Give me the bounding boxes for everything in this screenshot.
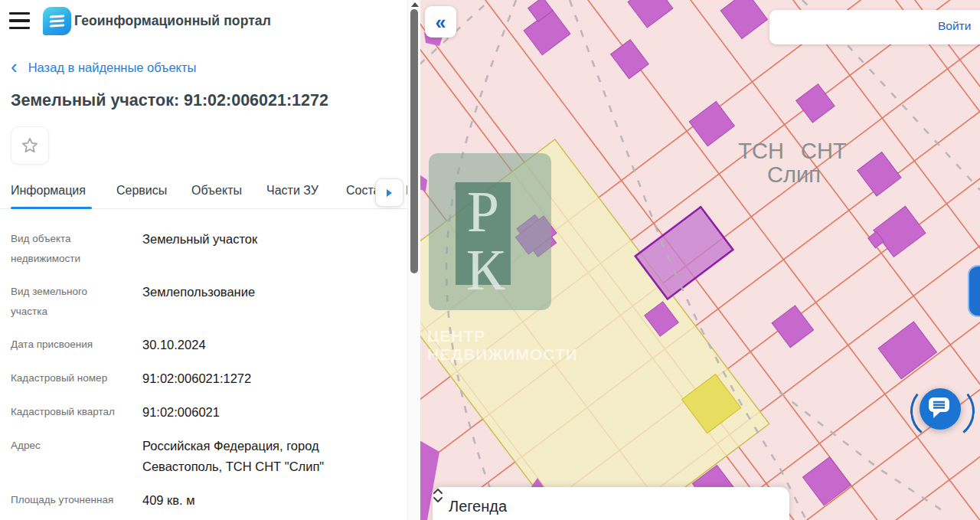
field-label: Площадь уточненная: [11, 490, 126, 510]
geoportal-window: Геоинформационный портал ‹ Назад в найде…: [0, 0, 980, 520]
tabs-scroll-right-button[interactable]: [375, 178, 403, 207]
app-logo-icon: [43, 7, 71, 35]
info-panel: Геоинформационный портал ‹ Назад в найде…: [0, 0, 420, 520]
chat-bubble-icon: [927, 397, 953, 421]
page-title: Земельный участок: 91:02:006021:1272: [11, 91, 328, 110]
field-value: 30.10.2024: [142, 335, 206, 355]
field-label: Дата присвоения: [11, 335, 126, 355]
area-label-line2: Слип: [767, 162, 821, 187]
map-side-control[interactable]: [968, 265, 980, 317]
cadastral-map: Р К ЦЕНТР НЕДВИЖИМОСТИ ТСН СНТ Слип: [420, 0, 980, 520]
field-value: 91:02:006021: [142, 402, 220, 423]
back-link[interactable]: ‹ Назад в найденные объекты: [11, 61, 196, 75]
collapse-panel-button[interactable]: «: [425, 6, 456, 38]
tab-parcel-parts[interactable]: Части ЗУ: [266, 184, 318, 198]
tab-bar: Информация Сервисы Объекты Части ЗУ Сост…: [0, 177, 408, 209]
legend-panel[interactable]: Легенда: [433, 487, 789, 520]
tab-services[interactable]: Сервисы: [116, 184, 167, 198]
watermark-caption-line2: НЕДВИЖИМОСТИ: [427, 345, 578, 363]
field-value: Земельный участок: [142, 229, 257, 250]
watermark-letter-p: Р: [467, 179, 499, 244]
app-title: Геоинформационный портал: [74, 13, 271, 29]
chat-button[interactable]: [920, 388, 961, 430]
tab-objects[interactable]: Объекты: [191, 184, 242, 198]
field-row: Вид земельного участка Землепользование: [11, 282, 398, 322]
field-label: Кадастровый квартал: [11, 402, 126, 422]
field-value: Российская Федерация, город Севастополь,…: [142, 436, 324, 477]
legend-title: Легенда: [449, 498, 507, 515]
login-bar[interactable]: Войти: [769, 10, 980, 44]
arrow-right-icon: [387, 189, 392, 197]
scroll-up-arrow-icon[interactable]: [411, 2, 419, 7]
attributes-list: Вид объекта недвижимости Земельный участ…: [11, 229, 398, 520]
watermark-letter-k: К: [466, 237, 505, 302]
back-link-label: Назад в найденные объекты: [28, 61, 197, 75]
panel-scrollbar-thumb[interactable]: [410, 9, 418, 273]
watermark-caption-line1: ЦЕНТР: [427, 327, 485, 345]
menu-button[interactable]: [9, 12, 30, 29]
favorite-button[interactable]: [11, 126, 49, 165]
field-label: Вид объекта недвижимости: [11, 229, 126, 269]
star-icon: [20, 136, 40, 155]
login-button[interactable]: Войти: [938, 19, 971, 33]
area-label-line1: ТСН СНТ: [738, 139, 847, 163]
field-label: Кадастровый номер: [11, 368, 126, 388]
field-row: Площадь уточненная 409 кв. м: [11, 490, 398, 511]
unfold-icon: [433, 487, 443, 504]
field-value: 409 кв. м: [142, 490, 195, 511]
field-row: Адрес Российская Федерация, город Севаст…: [11, 436, 398, 477]
field-row: Дата присвоения 30.10.2024: [11, 335, 398, 355]
field-label: Вид земельного участка: [11, 282, 126, 322]
field-row: Кадастровый номер 91:02:006021:1272: [11, 368, 398, 389]
chevron-left-icon: ‹: [11, 60, 18, 74]
field-row: Кадастровый квартал 91:02:006021: [11, 402, 398, 423]
field-value: 91:02:006021:1272: [142, 368, 251, 389]
active-tab-underline: [11, 207, 92, 209]
tab-information[interactable]: Информация: [11, 184, 86, 198]
field-label: Адрес: [11, 436, 126, 456]
field-value: Землепользование: [142, 282, 255, 303]
field-row: Вид объекта недвижимости Земельный участ…: [11, 229, 398, 269]
map-canvas[interactable]: Р К ЦЕНТР НЕДВИЖИМОСТИ ТСН СНТ Слип « Во…: [420, 0, 980, 520]
